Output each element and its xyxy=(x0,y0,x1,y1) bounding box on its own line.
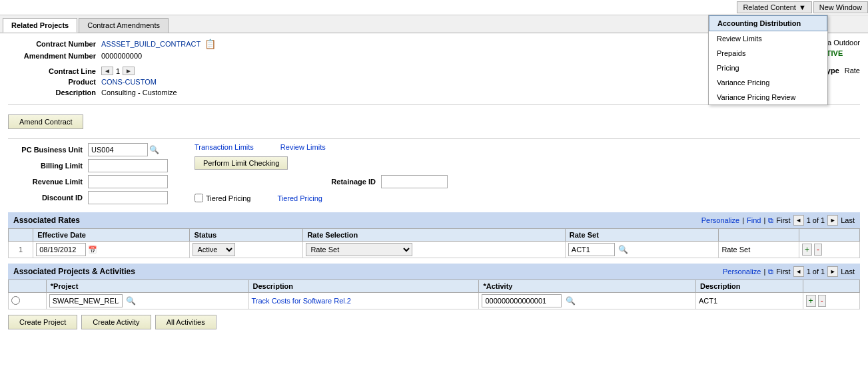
remove-project-row-button[interactable]: - xyxy=(818,295,826,307)
tab-related-projects[interactable]: Related Projects xyxy=(3,18,77,33)
activity-desc-cell: ACT1 xyxy=(696,293,803,309)
middle-fields: PC Business Unit 🔍 Billing Limit Revenue… xyxy=(8,143,860,207)
rates-find-link[interactable]: Find xyxy=(747,216,761,224)
col-actions xyxy=(799,229,859,242)
proj-col-select xyxy=(9,280,47,293)
project-desc-link[interactable]: Track Costs for Software Rel.2 xyxy=(252,297,351,305)
col-num xyxy=(9,229,33,242)
associated-rates-title: Associated Rates xyxy=(13,216,80,225)
description-label: Description xyxy=(8,89,101,96)
projects-last-label: Last xyxy=(841,268,855,276)
projects-prev-page[interactable]: ◄ xyxy=(793,266,804,277)
pc-business-unit-search-icon[interactable]: 🔍 xyxy=(149,145,159,154)
project-input[interactable] xyxy=(49,294,123,307)
associated-projects-table: *Project Description *Activity Descripti… xyxy=(8,280,860,309)
projects-first-label: First xyxy=(776,268,790,276)
projects-personalize-link[interactable]: Personalize xyxy=(723,268,761,276)
rates-first-label: First xyxy=(776,216,790,224)
related-content-dropdown: Accounting Distribution Review Limits Pr… xyxy=(708,15,828,105)
transaction-limits-link[interactable]: Transaction Limits xyxy=(195,143,254,151)
col-rate-selection: Rate Selection xyxy=(303,229,565,242)
project-search-icon[interactable]: 🔍 xyxy=(126,296,136,305)
revenue-limit-input[interactable] xyxy=(88,175,168,188)
tab-contract-amendments[interactable]: Contract Amendments xyxy=(79,18,169,33)
retainage-row: Retainage ID xyxy=(195,175,448,191)
col-status: Status xyxy=(190,229,303,242)
amendment-number-row: Amendment Number 0000000000 xyxy=(8,52,216,60)
product-label: Product xyxy=(8,78,101,86)
create-project-button[interactable]: Create Project xyxy=(8,315,77,329)
left-fields: PC Business Unit 🔍 Billing Limit Revenue… xyxy=(8,143,168,207)
projects-next-page[interactable]: ► xyxy=(827,266,838,277)
tiered-pricing-checkbox[interactable] xyxy=(195,194,203,202)
activity-input[interactable] xyxy=(482,294,562,307)
tiered-pricing-checkbox-label: Tiered Pricing xyxy=(195,194,250,202)
status-select[interactable]: Active Inactive xyxy=(193,243,235,256)
tiered-pricing-row: Tiered Pricing Tiered Pricing xyxy=(195,194,448,202)
proj-row-actions-cell: + - xyxy=(803,293,859,309)
create-activity-button[interactable]: Create Activity xyxy=(81,315,151,329)
amend-section: Amend Contract xyxy=(8,110,860,133)
table-row: 🔍 Track Costs for Software Rel.2 🔍 ACT1 … xyxy=(9,293,860,309)
contract-line-value: 1 xyxy=(116,67,120,75)
tiered-pricing-link[interactable]: Tiered Pricing xyxy=(277,194,322,202)
copy-icon[interactable]: 📋 xyxy=(205,39,216,49)
rates-next-page[interactable]: ► xyxy=(827,215,838,226)
row-number: 1 xyxy=(9,242,33,258)
menu-item-accounting-distribution[interactable]: Accounting Distribution xyxy=(709,15,827,31)
billing-limit-label: Billing Limit xyxy=(8,162,88,170)
effective-date-input[interactable] xyxy=(36,243,86,256)
menu-item-prepaids[interactable]: Prepaids xyxy=(709,46,827,61)
pc-business-unit-input[interactable] xyxy=(88,143,148,156)
rate-set-input[interactable] xyxy=(568,243,615,256)
retainage-id-input[interactable] xyxy=(381,175,448,188)
remove-rate-row-button[interactable]: - xyxy=(814,244,822,256)
project-row-radio[interactable] xyxy=(11,296,20,305)
col-rate-set-label xyxy=(719,229,799,242)
retainage-id-label: Retainage ID xyxy=(301,178,381,186)
perform-limit-checking-button[interactable]: Perform Limit Checking xyxy=(195,156,288,170)
rates-personalize-link[interactable]: Personalize xyxy=(701,216,739,224)
product-value: CONS-CUSTOM xyxy=(101,78,157,86)
discount-id-input[interactable] xyxy=(88,191,168,204)
col-rate-set: Rate Set xyxy=(565,229,719,242)
contract-line-row: Contract Line ◄ 1 ► xyxy=(8,67,177,75)
associated-rates-table: Effective Date Status Rate Selection Rat… xyxy=(8,228,860,258)
amendment-number-value: 0000000000 xyxy=(101,52,142,60)
associated-rates-header: Associated Rates Personalize | Find | ⧉ … xyxy=(8,212,860,228)
rates-prev-page[interactable]: ◄ xyxy=(793,215,804,226)
all-activities-button[interactable]: All Activities xyxy=(155,315,217,329)
menu-item-pricing[interactable]: Pricing xyxy=(709,61,827,75)
calendar-icon[interactable]: 📅 xyxy=(88,246,97,254)
price-type-value: Rate xyxy=(845,67,860,75)
associated-rates-section: Associated Rates Personalize | Find | ⧉ … xyxy=(8,212,860,258)
new-window-button[interactable]: New Window xyxy=(813,1,868,13)
projects-expand-icon[interactable]: ⧉ xyxy=(768,268,773,276)
rate-set-search-icon[interactable]: 🔍 xyxy=(618,245,628,254)
associated-projects-header: Associated Projects & Activities Persona… xyxy=(8,264,860,280)
billing-limit-input[interactable] xyxy=(88,159,168,172)
divider-1 xyxy=(8,138,860,139)
menu-item-review-limits[interactable]: Review Limits xyxy=(709,31,827,46)
review-limits-link[interactable]: Review Limits xyxy=(280,143,326,151)
related-content-button[interactable]: Related Content ▼ xyxy=(737,1,811,13)
amend-contract-button[interactable]: Amend Contract xyxy=(8,114,83,129)
next-line-arrow[interactable]: ► xyxy=(123,67,135,75)
menu-item-variance-pricing[interactable]: Variance Pricing xyxy=(709,75,827,90)
add-project-row-button[interactable]: + xyxy=(806,295,816,307)
associated-projects-section: Associated Projects & Activities Persona… xyxy=(8,264,860,309)
chevron-down-icon: ▼ xyxy=(799,3,806,11)
add-rate-row-button[interactable]: + xyxy=(802,244,812,256)
activity-search-icon[interactable]: 🔍 xyxy=(566,296,576,305)
col-effective-date: Effective Date xyxy=(33,229,190,242)
rates-last-label: Last xyxy=(841,216,855,224)
proj-col-actions xyxy=(803,280,859,293)
contract-line-nav: ◄ 1 ► xyxy=(101,67,135,75)
menu-item-variance-pricing-review[interactable]: Variance Pricing Review xyxy=(709,90,827,104)
contract-number-row: Contract Number ASSSET_BUILD_CONTRACT 📋 xyxy=(8,39,216,49)
billing-limit-group: Billing Limit xyxy=(8,159,168,172)
revenue-limit-label: Revenue Limit xyxy=(8,178,88,186)
rate-selection-select[interactable]: Rate Set Rate Table xyxy=(306,243,412,256)
prev-line-arrow[interactable]: ◄ xyxy=(101,67,113,75)
rates-expand-icon[interactable]: ⧉ xyxy=(768,216,773,225)
